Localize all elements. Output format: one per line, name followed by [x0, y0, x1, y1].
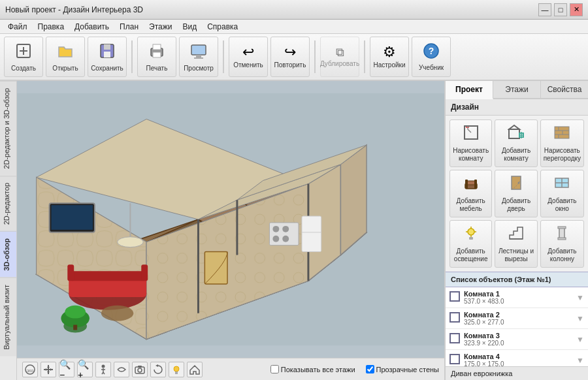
- object-name-3: Комната 3: [464, 332, 572, 340]
- title-bar: Новый проект - Дизайн Интерьера 3D — □ ✕: [0, 0, 588, 20]
- zoom-out-button[interactable]: 🔍−: [59, 362, 74, 377]
- toolbar-separator-4: [364, 40, 365, 73]
- svg-point-86: [468, 229, 474, 235]
- object-arrow-3: ▼: [576, 335, 584, 344]
- transparent-walls-checkbox[interactable]: Прозрачные стены: [366, 365, 439, 373]
- svg-rect-5: [104, 52, 110, 57]
- maximize-button[interactable]: □: [554, 3, 567, 16]
- add-window-button[interactable]: Добавить окно: [540, 170, 584, 217]
- tab-2d-3d[interactable]: 2D-редактор и 3D-обзор: [0, 81, 16, 176]
- object-item-1[interactable]: Комната 1 537.0 × 483.0 ▼: [446, 287, 588, 308]
- svg-rect-71: [555, 127, 569, 138]
- svg-point-39: [65, 306, 86, 319]
- add-column-button[interactable]: Добавить колонну: [540, 220, 584, 268]
- camera-button[interactable]: [132, 362, 148, 377]
- menu-edit[interactable]: Правка: [33, 21, 70, 33]
- svg-marker-67: [509, 125, 519, 129]
- objects-section-label: Список объектов (Этаж №1): [446, 272, 588, 287]
- menu-file[interactable]: Файл: [3, 21, 33, 33]
- toolbar: Создать Открыть Сохранить Печать Просмот…: [0, 34, 588, 81]
- close-button[interactable]: ✕: [570, 3, 583, 16]
- svg-point-62: [174, 366, 179, 372]
- show-all-floors-checkbox[interactable]: Показывать все этажи: [270, 365, 355, 373]
- svg-point-51: [118, 237, 144, 247]
- settings-label: Настройки: [373, 61, 405, 69]
- add-furniture-label: Добавить мебель: [453, 197, 489, 213]
- add-furniture-button[interactable]: Добавить мебель: [449, 170, 492, 217]
- toolbar-separator-3: [314, 40, 316, 73]
- transparent-walls-input[interactable]: [366, 365, 374, 373]
- draw-room-button[interactable]: Нарисовать комнату: [449, 119, 492, 167]
- svg-rect-48: [302, 216, 321, 251]
- tab-floors[interactable]: Этажи: [493, 81, 541, 98]
- menu-add[interactable]: Добавить: [69, 21, 114, 33]
- toolbar-separator-2: [223, 40, 224, 73]
- object-item-3[interactable]: Комната 3 323.9 × 220.0 ▼: [446, 329, 588, 350]
- transparent-walls-label: Прозрачные стены: [376, 366, 439, 373]
- stairs-label: Лестницы и вырезы: [498, 247, 534, 263]
- stairs-button[interactable]: Лестницы и вырезы: [495, 220, 537, 268]
- svg-rect-94: [558, 227, 566, 229]
- svg-point-44: [272, 226, 279, 232]
- object-item-2[interactable]: Комната 2 325.0 × 277.0 ▼: [446, 308, 588, 329]
- object-info-2: Комната 2 325.0 × 277.0: [464, 311, 572, 326]
- add-room-icon: [508, 124, 525, 144]
- svg-point-60: [138, 368, 142, 372]
- rotate-view-button[interactable]: 360: [22, 362, 38, 377]
- tab-properties[interactable]: Свойства: [541, 81, 588, 98]
- home-button[interactable]: [187, 362, 203, 377]
- draw-room-icon: [463, 124, 480, 144]
- add-door-icon: [508, 174, 525, 195]
- help-icon: ?: [423, 42, 440, 62]
- menu-plan[interactable]: План: [114, 21, 144, 33]
- object-item-4[interactable]: Комната 4 175.0 × 175.0 ▼: [446, 350, 588, 366]
- redo-button[interactable]: ↪ Повторить: [270, 37, 310, 77]
- menu-floors[interactable]: Этажи: [144, 21, 177, 33]
- tab-vr[interactable]: Виртуальный визит: [0, 277, 16, 356]
- create-button[interactable]: Создать: [4, 37, 43, 77]
- object-name-2: Комната 2: [464, 311, 572, 319]
- light-button[interactable]: [169, 362, 184, 377]
- menu-help[interactable]: Справка: [202, 21, 243, 33]
- tab-2d[interactable]: 2D-редактор: [0, 176, 16, 231]
- svg-rect-61: [138, 366, 142, 368]
- object-dims-3: 323.9 × 220.0: [464, 340, 572, 347]
- add-room-button[interactable]: Добавить комнату: [495, 119, 537, 167]
- main-area: 2D-редактор и 3D-обзор 2D-редактор 3D-об…: [0, 81, 588, 380]
- window-controls[interactable]: — □ ✕: [538, 3, 583, 16]
- add-light-button[interactable]: Добавить освещение: [449, 220, 492, 268]
- draw-wall-button[interactable]: Нарисовать перегородку: [540, 119, 584, 167]
- add-window-icon: [553, 174, 570, 195]
- help-button[interactable]: ? Учебник: [412, 37, 451, 77]
- object-name-4: Комната 4: [464, 353, 572, 360]
- reset-button[interactable]: [150, 362, 166, 377]
- zoom-in-button[interactable]: 🔍+: [77, 362, 93, 377]
- settings-button[interactable]: ⚙ Настройки: [370, 37, 409, 77]
- menu-view[interactable]: Вид: [177, 21, 202, 33]
- print-button[interactable]: Печать: [137, 37, 176, 77]
- preview-button[interactable]: Просмотр: [179, 37, 218, 77]
- walk-button[interactable]: [95, 362, 111, 377]
- orbit-button[interactable]: [114, 362, 129, 377]
- pan-button[interactable]: [41, 362, 56, 377]
- svg-rect-34: [67, 264, 74, 281]
- add-door-button[interactable]: Добавить дверь: [495, 170, 537, 217]
- right-panel-tabs: Проект Этажи Свойства: [446, 81, 588, 99]
- tab-project[interactable]: Проект: [446, 81, 493, 99]
- open-button[interactable]: Открыть: [46, 37, 85, 77]
- object-dims-2: 325.0 × 277.0: [464, 319, 572, 326]
- tab-3d[interactable]: 3D-обзор: [0, 231, 16, 277]
- object-arrow-1: ▼: [576, 293, 584, 302]
- view-area[interactable]: 360 🔍− 🔍+: [17, 81, 444, 380]
- right-panel: Проект Этажи Свойства Дизайн Нарисовать …: [444, 81, 588, 380]
- svg-text:360: 360: [27, 369, 34, 373]
- show-all-floors-input[interactable]: [270, 365, 279, 373]
- add-door-label: Добавить дверь: [498, 197, 534, 213]
- minimize-button[interactable]: —: [538, 3, 551, 16]
- duplicate-button[interactable]: ⧉ Дублировать: [320, 37, 359, 77]
- save-label: Сохранить: [91, 65, 123, 72]
- object-dims-1: 537.0 × 483.0: [464, 298, 572, 305]
- save-button[interactable]: Сохранить: [88, 37, 127, 77]
- undo-button[interactable]: ↩ Отменить: [229, 37, 268, 77]
- svg-text:?: ?: [429, 46, 434, 56]
